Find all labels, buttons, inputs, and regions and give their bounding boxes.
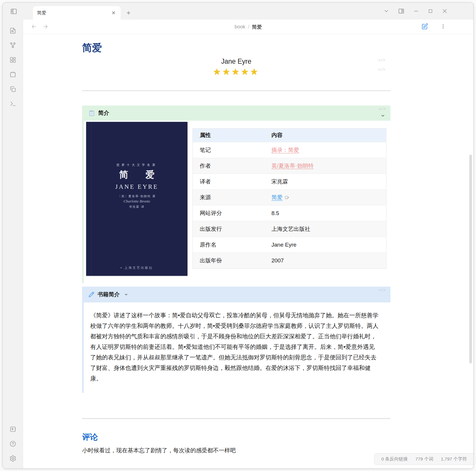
book-description-text: 《简爱》讲述了这样一个故事：简•爱自幼父母双亡，投靠冷酷的舅母，但舅母无情地抛弃… <box>90 312 378 382</box>
star-icon: ★ <box>250 67 260 77</box>
internal-link[interactable]: 摘录：简爱 <box>272 147 299 153</box>
property-cell: 原作名 <box>193 237 265 253</box>
intro-callout-title: 书籍简介 <box>98 291 120 298</box>
property-cell: 译者 <box>193 174 265 190</box>
edit-block-button[interactable]: </> <box>379 107 386 111</box>
table-row: 作者英/夏洛蒂·勃朗特 <box>193 158 386 174</box>
left-ribbon <box>3 20 23 468</box>
table-row: 笔记摘录：简爱 <box>193 142 386 158</box>
cover-translator: 宋兆霖 译 <box>86 205 187 209</box>
breadcrumb-folder[interactable]: book <box>234 24 245 30</box>
page-title: 简爱 <box>82 41 390 54</box>
view-header: book / 简爱 <box>23 20 473 34</box>
search-file-icon[interactable] <box>9 27 16 34</box>
infobox-body: 笔记摘录：简爱作者英/夏洛蒂·勃朗特译者宋兆霖来源简爱网站评分8.5出版发行上海… <box>193 142 386 269</box>
edit-block-button[interactable]: </> <box>378 58 385 63</box>
breadcrumb-separator: / <box>248 24 249 30</box>
comment-text: 小时候看过，现在基本忘了剧情了，每次读的感受都不一样吧 <box>82 446 390 455</box>
vertical-scrollbar[interactable] <box>469 155 472 363</box>
summary-callout-header[interactable]: 简介 </> <box>82 105 390 121</box>
summary-callout-title: 简介 <box>98 109 109 117</box>
value-cell: 上海文艺出版社 <box>265 221 386 237</box>
value-cell: 8.5 <box>265 205 386 221</box>
intro-callout-header[interactable]: 书籍简介 </> <box>82 287 390 302</box>
app-window: 简爱 ✕ + <box>2 2 474 469</box>
summary-callout-body: 世界十大文学名著 简爱 JANE EYRE 〔英〕夏洛蒂·勃朗特 著 Charl… <box>82 121 390 283</box>
tab-active[interactable]: 简爱 ✕ <box>33 6 121 20</box>
table-row: 译者宋兆霖 <box>193 174 386 190</box>
window-close-button[interactable] <box>442 8 448 14</box>
infobox-header-cell: 属性 <box>193 129 265 142</box>
breadcrumb: book / 简爱 <box>23 20 473 34</box>
graph-view-icon[interactable] <box>9 42 16 49</box>
note-subtitle: Jane Eyre <box>82 57 390 66</box>
edit-block-button[interactable]: </> <box>379 288 386 292</box>
table-row: 出版发行上海文艺出版社 <box>193 221 386 237</box>
new-tab-button[interactable]: + <box>126 10 131 15</box>
property-cell: 笔记 <box>193 142 265 158</box>
star-icon: ★ <box>232 67 241 77</box>
main-pane: book / 简爱 简爱 Jane Eyre </> <box>23 20 473 468</box>
external-link-icon <box>285 196 288 199</box>
star-icon: ★ <box>241 67 250 77</box>
infobox-header-cell: 内容 <box>265 129 386 142</box>
book-cover-image: 世界十大文学名著 简爱 JANE EYRE 〔英〕夏洛蒂·勃朗特 著 Charl… <box>86 122 187 276</box>
window-maximize-button[interactable] <box>428 8 433 14</box>
backlinks-count[interactable]: 0 条反向链接 <box>381 456 408 462</box>
property-cell: 网站评分 <box>193 205 265 221</box>
copy-files-icon[interactable] <box>9 86 16 93</box>
calendar-icon[interactable] <box>9 71 16 78</box>
note-content: 简爱 Jane Eyre </> ★★★★★ </> 简介 <box>23 34 473 468</box>
value-cell: 简爱 <box>265 190 386 205</box>
cover-publisher: ▪ 上海文艺出版社 <box>86 266 187 270</box>
value-cell: 英/夏洛蒂·勃朗特 <box>265 158 386 174</box>
cover-title-en: JANE EYRE <box>86 183 187 191</box>
infobox-header-row: 属性内容 <box>193 129 386 142</box>
vault-icon[interactable] <box>9 426 16 433</box>
right-sidebar-toggle-icon[interactable] <box>398 8 404 14</box>
terminal-icon[interactable] <box>9 100 16 107</box>
left-sidebar-toggle-icon[interactable] <box>10 8 17 15</box>
value-cell: 摘录：简爱 <box>265 142 386 158</box>
status-bar: 0 条反向链接 779 个词 1,797 个字符 <box>374 453 473 465</box>
cover-title-cn: 简爱 <box>86 169 187 181</box>
cover-author-cn: 〔英〕夏洛蒂·勃朗特 著 <box>86 194 187 198</box>
chevron-down-icon[interactable] <box>124 292 128 297</box>
rating-stars: ★★★★★ <box>82 66 390 77</box>
edit-block-button[interactable]: </> <box>378 67 385 72</box>
external-link[interactable]: 简爱 <box>272 194 283 200</box>
value-cell: Jane Eyre <box>265 237 386 253</box>
book-info-table: 属性内容 笔记摘录：简爱作者英/夏洛蒂·勃朗特译者宋兆霖来源简爱网站评分8.5出… <box>192 128 386 269</box>
divider <box>82 418 390 419</box>
table-row: 原作名Jane Eyre <box>193 237 386 253</box>
settings-gear-icon[interactable] <box>9 455 16 462</box>
character-count: 1,797 个字符 <box>441 456 467 462</box>
more-options-icon[interactable] <box>440 24 446 29</box>
table-row: 网站评分8.5 <box>193 205 386 221</box>
divider <box>82 90 390 91</box>
comments-heading: 评论 <box>82 432 390 442</box>
cover-author-en: Charlotte Bronte <box>86 199 187 204</box>
property-cell: 来源 <box>193 190 265 205</box>
canvas-dashboard-icon[interactable] <box>9 56 16 63</box>
intro-callout: 书籍简介 </> 《简爱》讲述了这样一个故事：简•爱自幼父母双亡，投靠冷酷的舅母… <box>82 287 390 393</box>
value-cell: 宋兆霖 <box>265 174 386 190</box>
window-minimize-button[interactable] <box>413 8 419 14</box>
edit-mode-toggle-icon[interactable] <box>421 23 428 30</box>
tab-list-chevron-icon[interactable] <box>383 8 389 14</box>
table-row: 来源简爱 <box>193 190 386 205</box>
help-icon[interactable] <box>9 440 16 447</box>
word-count: 779 个词 <box>415 456 433 462</box>
tab-bar: 简爱 ✕ + <box>3 3 473 20</box>
cover-series-text: 世界十大文学名著 <box>86 163 187 167</box>
tab-close-icon[interactable]: ✕ <box>111 10 117 16</box>
property-cell: 出版年份 <box>193 253 265 269</box>
internal-link[interactable]: 英/夏洛蒂·勃朗特 <box>272 163 314 169</box>
star-icon: ★ <box>213 67 222 77</box>
tab-title: 简爱 <box>37 10 111 16</box>
star-icon: ★ <box>222 67 232 77</box>
breadcrumb-current[interactable]: 简爱 <box>252 24 262 30</box>
chevron-down-icon[interactable] <box>381 113 385 118</box>
property-cell: 出版发行 <box>193 221 265 237</box>
summary-callout: 简介 </> 世界十大文学名著 简爱 JANE EYRE 〔英〕夏洛蒂·勃朗特 <box>82 105 390 283</box>
